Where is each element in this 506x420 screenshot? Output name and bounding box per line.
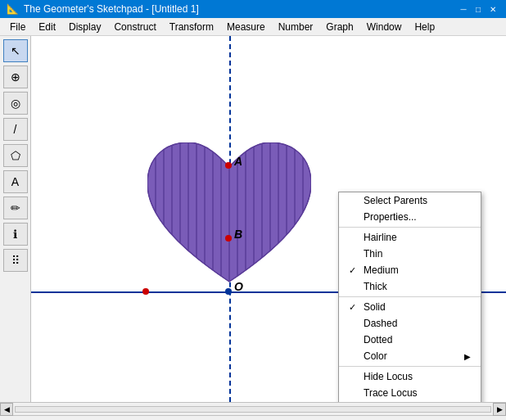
ctx-item-animate-locus[interactable]: Animate Locus — [339, 401, 481, 402]
ctx-item-label: Medium — [364, 264, 399, 276]
ctx-item-hide-locus[interactable]: Hide Locus — [339, 368, 481, 385]
menu-bar: FileEditDisplayConstructTransformMeasure… — [0, 18, 506, 36]
ctx-item-label: Dotted — [364, 334, 392, 345]
app-title: The Geometer's Sketchpad - [Untitled 1] — [24, 3, 457, 15]
ctx-item-color[interactable]: Color▶ — [339, 348, 481, 364]
point-O[interactable] — [225, 288, 232, 295]
point-A[interactable] — [225, 162, 232, 169]
tool-select[interactable]: ↖ — [3, 39, 28, 62]
ctx-item-label: Thin — [364, 248, 382, 260]
ctx-item-label: Dashed — [364, 318, 397, 329]
ctx-item-dashed[interactable]: Dashed — [339, 315, 481, 332]
ctx-item-thin[interactable]: Thin — [339, 246, 481, 262]
scroll-left-button[interactable]: ◀ — [0, 403, 13, 416]
check-icon: ✓ — [349, 302, 360, 313]
tool-point[interactable]: ⊕ — [3, 65, 28, 88]
maximize-button[interactable]: □ — [472, 2, 485, 16]
submenu-arrow-icon: ▶ — [464, 352, 471, 361]
point-B[interactable] — [225, 235, 232, 242]
label-A: A — [234, 155, 242, 168]
ctx-item-label: Color — [364, 350, 387, 362]
window-controls: ─ □ ✕ — [457, 2, 499, 16]
tool-info[interactable]: ℹ — [3, 223, 28, 246]
menu-item-help[interactable]: Help — [408, 20, 441, 34]
menu-item-number[interactable]: Number — [272, 20, 320, 34]
ctx-item-properties[interactable]: Properties... — [339, 209, 481, 225]
ctx-item-hairline[interactable]: Hairline — [339, 229, 481, 246]
menu-item-construct[interactable]: Construct — [107, 20, 162, 34]
tool-compass[interactable]: ◎ — [3, 92, 28, 115]
scroll-track[interactable] — [15, 406, 491, 413]
tool-pen[interactable]: ✏ — [3, 196, 28, 219]
canvas-area: A B O Select ParentsProperties...Hairlin… — [31, 36, 506, 402]
ctx-item-solid[interactable]: ✓Solid — [339, 299, 481, 315]
ctx-item-label: Solid — [364, 301, 386, 313]
label-O: O — [234, 280, 243, 293]
app-icon: 📐 — [7, 3, 19, 15]
ctx-item-trace-locus[interactable]: Trace Locus — [339, 385, 481, 401]
tool-line[interactable]: / — [3, 118, 28, 141]
minimize-button[interactable]: ─ — [457, 2, 470, 16]
ctx-item-label: Properties... — [364, 211, 417, 223]
menu-item-file[interactable]: File — [3, 20, 32, 34]
ctx-item-dotted[interactable]: Dotted — [339, 332, 481, 348]
label-B: B — [234, 228, 242, 241]
context-menu: Select ParentsProperties...HairlineThin✓… — [338, 192, 481, 402]
ctx-item-label: Thick — [364, 281, 387, 292]
toolbar: ↖⊕◎/⬠A✏ℹ⠿ — [0, 36, 31, 402]
check-icon: ✓ — [349, 265, 360, 276]
main-layout: ↖⊕◎/⬠A✏ℹ⠿ — [0, 36, 506, 402]
ctx-item-select-parents[interactable]: Select Parents — [339, 192, 481, 209]
menu-item-edit[interactable]: Edit — [32, 20, 62, 34]
ctx-item-label: Hide Locus — [364, 371, 413, 382]
tool-polygon[interactable]: ⬠ — [3, 144, 28, 167]
title-bar: 📐 The Geometer's Sketchpad - [Untitled 1… — [0, 0, 506, 18]
ctx-item-thick[interactable]: Thick — [339, 278, 481, 295]
menu-item-transform[interactable]: Transform — [163, 20, 220, 34]
ctx-item-label: Select Parents — [364, 195, 427, 206]
menu-item-window[interactable]: Window — [360, 20, 409, 34]
menu-separator — [339, 366, 481, 367]
menu-item-display[interactable]: Display — [62, 20, 107, 34]
ctx-item-label: Trace Locus — [364, 387, 418, 399]
menu-item-measure[interactable]: Measure — [220, 20, 272, 34]
scroll-right-button[interactable]: ▶ — [493, 403, 506, 416]
close-button[interactable]: ✕ — [486, 2, 499, 16]
ctx-item-label: Hairline — [364, 232, 397, 243]
horizontal-scrollbar[interactable]: ◀ ▶ — [0, 402, 506, 415]
menu-separator — [339, 296, 481, 297]
menu-separator — [339, 227, 481, 228]
menu-item-graph[interactable]: Graph — [319, 20, 359, 34]
status-bar: Increase the number of samples displayed… — [0, 415, 506, 420]
tool-more[interactable]: ⠿ — [3, 249, 28, 272]
ctx-item-medium[interactable]: ✓Medium — [339, 262, 481, 278]
tool-text[interactable]: A — [3, 170, 28, 193]
